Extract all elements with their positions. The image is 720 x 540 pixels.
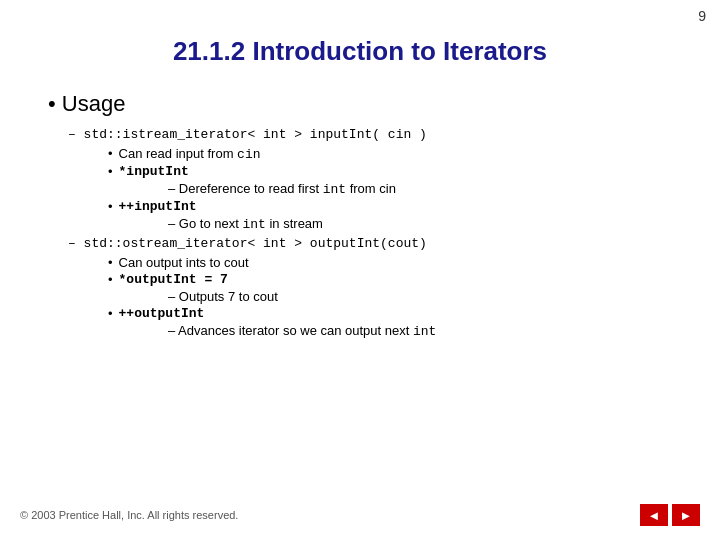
usage-heading: • Usage [48,91,690,117]
slide-content: • Usage – std::istream_iterator< int > i… [48,91,690,339]
dot-icon: • [108,146,113,161]
istream-bullet-1-text: Can read input from cin [119,146,261,162]
copyright-text: © 2003 Prentice Hall, Inc. All rights re… [20,509,238,521]
ostream-sub-1: – Outputs 7 to cout [168,289,690,304]
ostream-code: – std::ostream_iterator< int > outputInt… [68,236,427,251]
ostream-header: – std::ostream_iterator< int > outputInt… [68,236,690,251]
ostream-bullet-1-text: Can output ints to cout [119,255,249,270]
istream-bullet-3-text: ++inputInt [119,199,197,214]
page-number: 9 [698,8,706,24]
dot-icon: • [108,164,113,179]
ostream-bullet-3: • ++outputInt – Advances iterator so we … [108,306,690,339]
ostream-sub-1-text: – Outputs 7 to cout [168,289,278,304]
dot-icon: • [108,272,113,287]
slide-title: 21.1.2 Introduction to Iterators [0,36,720,67]
ostream-bullet-3-text: ++outputInt [119,306,205,321]
bullet-dot-usage: • [48,91,62,116]
istream-sub-1-text: – Dereference to read first int from cin [168,181,396,197]
istream-bullet-1: • Can read input from cin [108,146,690,162]
nav-buttons: ◄ ► [640,504,700,526]
istream-bullet-2-text: *inputInt [119,164,189,179]
istream-sub-2: – Go to next int in stream [168,216,690,232]
istream-header: – std::istream_iterator< int > inputInt(… [68,127,690,142]
dot-icon: • [108,306,113,321]
istream-code: – std::istream_iterator< int > inputInt(… [68,127,427,142]
ostream-sub-2-text: – Advances iterator so we can output nex… [168,323,436,339]
dot-icon: • [108,255,113,270]
istream-sub-1: – Dereference to read first int from cin [168,181,690,197]
ostream-bullet-2-text: *outputInt = 7 [119,272,228,287]
ostream-section: – std::ostream_iterator< int > outputInt… [68,236,690,339]
footer: © 2003 Prentice Hall, Inc. All rights re… [0,504,720,526]
prev-button[interactable]: ◄ [640,504,668,526]
istream-bullet-2: • *inputInt – Dereference to read first … [108,164,690,197]
ostream-bullet-2: • *outputInt = 7 – Outputs 7 to cout [108,272,690,304]
istream-bullet-3: • ++inputInt – Go to next int in stream [108,199,690,232]
ostream-sub-2: – Advances iterator so we can output nex… [168,323,690,339]
next-button[interactable]: ► [672,504,700,526]
ostream-bullet-1: • Can output ints to cout [108,255,690,270]
dot-icon: • [108,199,113,214]
istream-section: – std::istream_iterator< int > inputInt(… [68,127,690,232]
istream-sub-2-text: – Go to next int in stream [168,216,323,232]
